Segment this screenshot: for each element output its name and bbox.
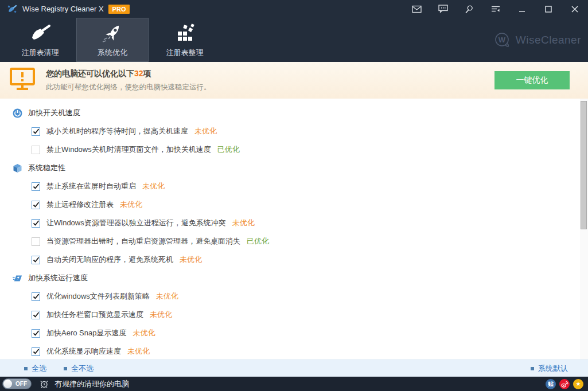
optimization-item-row: 优化windows文件列表刷新策略 未优化 [0, 287, 588, 306]
optimize-count: 32 [134, 69, 143, 78]
statusbar: OFF 有规律的清理你的电脑 贴★ [0, 377, 588, 391]
app-window: Wise Registry Cleaner X PRO 注册表清理 系统优化 注… [0, 0, 588, 391]
item-status: 未优化 [156, 291, 178, 302]
system-default-link[interactable]: 系统默认 [531, 363, 568, 374]
item-label: 加快任务栏窗口预览显示速度 [46, 310, 143, 320]
minimize-icon [519, 6, 525, 13]
power-icon [13, 108, 22, 118]
selection-footer: 全选 全不选 系统默认 [0, 359, 588, 377]
item-checkbox[interactable] [32, 292, 40, 301]
window-title: Wise Registry Cleaner X [22, 5, 104, 13]
item-checkbox[interactable] [32, 146, 40, 154]
item-status: 未优化 [150, 310, 172, 320]
group-title: 加快开关机速度 [28, 108, 80, 118]
scrollbar-thumb[interactable] [581, 101, 587, 229]
banner-subtitle: 此功能可帮您优化网络，使您的电脑快速稳定运行。 [46, 83, 211, 92]
app-logo-icon [7, 4, 17, 14]
brand-name: WiseCleaner [516, 34, 581, 46]
item-label: 自动关闭无响应的程序，避免系统死机 [46, 255, 173, 265]
toggle-label: OFF [15, 381, 27, 387]
rocket-icon [100, 22, 124, 45]
schedule-toggle[interactable]: OFF [2, 378, 32, 389]
item-label: 禁止Windows关机时清理页面文件，加快关机速度 [46, 144, 211, 155]
item-status: 未优化 [127, 346, 150, 357]
select-none-link[interactable]: 全不选 [64, 363, 94, 374]
group-title: 系统稳定性 [28, 163, 65, 173]
speed-icon [13, 273, 22, 283]
optimization-item-row: 优化系统显示响应速度 未优化 [0, 342, 588, 359]
item-checkbox[interactable] [32, 127, 40, 136]
item-checkbox[interactable] [32, 182, 40, 191]
item-checkbox[interactable] [32, 329, 40, 338]
item-status: 未优化 [180, 255, 202, 265]
optimization-item-row: 禁止系统在蓝屏时自动重启 未优化 [0, 177, 588, 196]
group-title: 加快系统运行速度 [28, 273, 88, 283]
bullet-icon [64, 367, 67, 370]
item-checkbox[interactable] [32, 201, 40, 209]
item-status: 已优化 [247, 236, 269, 247]
tab-label: 系统优化 [98, 48, 127, 58]
tabbar: 注册表清理 系统优化 注册表整理 W WiseCleaner [0, 18, 588, 62]
tieba-icon[interactable]: 贴 [546, 379, 556, 389]
item-status: 未优化 [142, 181, 165, 191]
optimization-item-row: 加快Aero Snap显示速度 未优化 [0, 324, 588, 342]
optimization-item-row: 自动关闭无响应的程序，避免系统死机 未优化 [0, 251, 588, 269]
item-label: 禁止系统在蓝屏时自动重启 [46, 181, 136, 191]
item-label: 加快Aero Snap显示速度 [46, 328, 126, 338]
item-checkbox[interactable] [32, 256, 40, 264]
optimization-item-row: 禁止远程修改注册表 未优化 [0, 196, 588, 214]
menu-list-icon [491, 5, 500, 13]
item-status: 未优化 [120, 200, 142, 210]
tab-1[interactable]: 系统优化 [76, 18, 149, 62]
item-label: 减小关机时的程序等待时间，提高关机速度 [46, 126, 188, 136]
select-all-link[interactable]: 全选 [24, 363, 46, 374]
monitor-warning-icon [9, 67, 36, 93]
one-click-optimize-button[interactable]: 一键优化 [494, 71, 570, 89]
mail-button[interactable] [403, 0, 430, 18]
item-label: 优化系统显示响应速度 [46, 346, 121, 357]
item-label: 优化windows文件列表刷新策略 [46, 291, 150, 302]
bullet-icon [24, 367, 28, 370]
support-button[interactable] [456, 0, 482, 18]
maximize-button[interactable] [535, 0, 562, 18]
item-status: 未优化 [232, 218, 255, 228]
item-status: 未优化 [133, 328, 155, 338]
group-header: 系统稳定性 [0, 159, 588, 177]
weibo-icon[interactable] [559, 379, 570, 389]
close-button[interactable] [562, 0, 588, 18]
feedback-button[interactable] [430, 0, 456, 18]
group-header: 加快开关机速度 [0, 104, 588, 122]
tab-2[interactable]: 注册表整理 [149, 18, 221, 62]
item-checkbox[interactable] [32, 219, 40, 228]
group-header: 加快系统运行速度 [0, 269, 588, 287]
mail-icon [412, 5, 422, 13]
tab-label: 注册表清理 [22, 48, 59, 58]
optimization-item-row: 当资源管理器出错时，自动重启资源管理器，避免桌面消失 已优化 [0, 232, 588, 251]
scrollbar[interactable] [580, 99, 588, 359]
cube-icon [13, 163, 22, 173]
item-checkbox[interactable] [32, 347, 40, 356]
brush-icon [29, 22, 52, 45]
item-checkbox[interactable] [32, 311, 40, 319]
tab-label: 注册表整理 [166, 48, 204, 58]
minimize-button[interactable] [509, 0, 535, 18]
optimization-item-row: 禁止Windows关机时清理页面文件，加快关机速度 已优化 [0, 140, 588, 159]
feedback-icon [438, 5, 448, 13]
item-label: 禁止远程修改注册表 [46, 200, 114, 210]
optimization-list: 加快开关机速度 减小关机时的程序等待时间，提高关机速度 未优化 禁止Window… [0, 99, 588, 359]
item-status: 已优化 [217, 144, 240, 155]
wisecleaner-logo: W WiseCleaner [494, 18, 581, 62]
tab-0[interactable]: 注册表清理 [4, 18, 76, 62]
statusbar-message: 有规律的清理你的电脑 [54, 379, 129, 389]
optimize-banner: 您的电脑还可以优化以下32项 此功能可帮您优化网络，使您的电脑快速稳定运行。 一… [0, 62, 588, 99]
optimization-item-row: 加快任务栏窗口预览显示速度 未优化 [0, 306, 588, 324]
titlebar: Wise Registry Cleaner X PRO [0, 0, 588, 18]
menu-list-button[interactable] [482, 0, 509, 18]
item-checkbox[interactable] [32, 237, 40, 246]
wisecleaner-logo-icon: W [494, 32, 511, 49]
support-icon [465, 5, 474, 14]
pro-badge: PRO [108, 5, 130, 14]
qzone-icon[interactable]: ★ [573, 379, 583, 389]
item-label: 让Windows资源管理器以独立进程运行，避免系统冲突 [46, 218, 226, 228]
alarm-clock-icon [40, 380, 49, 389]
